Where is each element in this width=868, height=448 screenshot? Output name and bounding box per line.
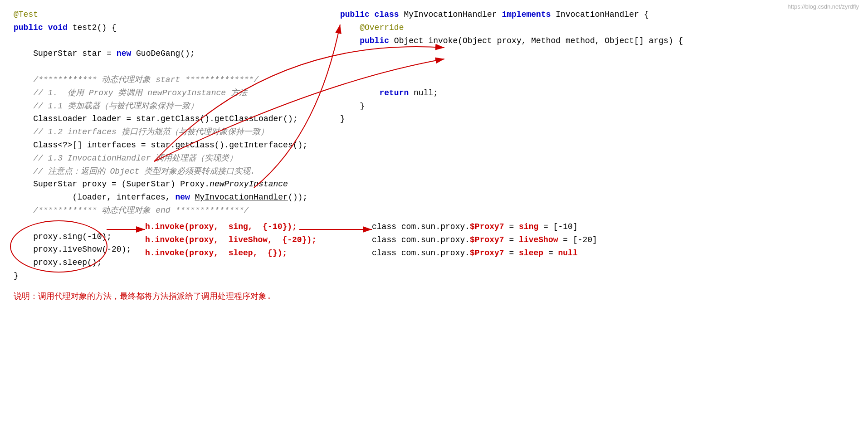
line-comment7: /************ 动态代理对象 end **************/ xyxy=(14,204,307,217)
invoke-sing: h.invoke(proxy, sing, {-10}); xyxy=(145,220,317,234)
line-comment1: /************ 动态代理对象 start *************… xyxy=(14,73,307,87)
line-annotation: @Test xyxy=(14,8,307,21)
line-proxy-create: SuperStar proxy = (SuperStar) Proxy.newP… xyxy=(14,178,307,191)
line-comment3: // 1.1 类加载器（与被代理对象保持一致） xyxy=(14,100,307,113)
line-close-brace: } xyxy=(14,269,307,282)
line-classloader: ClassLoader loader = star.getClass().get… xyxy=(14,112,307,126)
line-class-decl: public class MyInvocationHandler impleme… xyxy=(340,8,683,21)
invoke-sleep: h.invoke(proxy, sleep, {}); xyxy=(145,247,317,260)
invoke-liveshow: h.invoke(proxy, liveShow, {-20}); xyxy=(145,234,317,247)
output-liveshow: class com.sun.proxy.$Proxy7 = liveShow =… xyxy=(372,234,597,247)
page-content: @Test public void test2() { SuperStar st… xyxy=(0,0,868,16)
line-return-null: return null; xyxy=(340,87,683,100)
watermark: https://blog.csdn.net/zyrdfly xyxy=(787,2,859,12)
output-sleep: class com.sun.proxy.$Proxy7 = sleep = nu… xyxy=(372,247,597,260)
line-method-sig: public void test2() { xyxy=(14,21,307,34)
line-invoke-close: } xyxy=(340,100,683,113)
line-comment4: // 1.2 interfaces 接口行为规范（与被代理对象保持一致） xyxy=(14,126,307,139)
line-proxy-args: (loader, interfaces, new MyInvocationHan… xyxy=(14,191,307,204)
line-override: @Override xyxy=(340,21,683,34)
bottom-right-block: class com.sun.proxy.$Proxy7 = sing = [-1… xyxy=(372,220,597,259)
explanation-text: 说明：调用代理对象的方法，最终都将方法指派给了调用处理程序对象. xyxy=(14,290,272,303)
line-comment6: // 注意点：返回的 Object 类型对象必须要转成接口实现. xyxy=(14,165,307,178)
line-star-init: SuperStar star = new GuoDeGang(); xyxy=(14,47,307,60)
line-comment5: // 1.3 InvocationHandler 调用处理器（实现类） xyxy=(14,152,307,165)
bottom-middle-block: h.invoke(proxy, sing, {-10}); h.invoke(p… xyxy=(145,220,317,259)
line-interfaces: Class<?>[] interfaces = star.getClass().… xyxy=(14,139,307,152)
line-comment2: // 1. 使用 Proxy 类调用 newProxyInstance 方法 xyxy=(14,87,307,100)
line-invoke-sig: public Object invoke(Object proxy, Metho… xyxy=(340,34,683,48)
line-class-close: } xyxy=(340,112,683,126)
right-code-block: public class MyInvocationHandler impleme… xyxy=(340,8,683,126)
output-sing: class com.sun.proxy.$Proxy7 = sing = [-1… xyxy=(372,220,597,234)
